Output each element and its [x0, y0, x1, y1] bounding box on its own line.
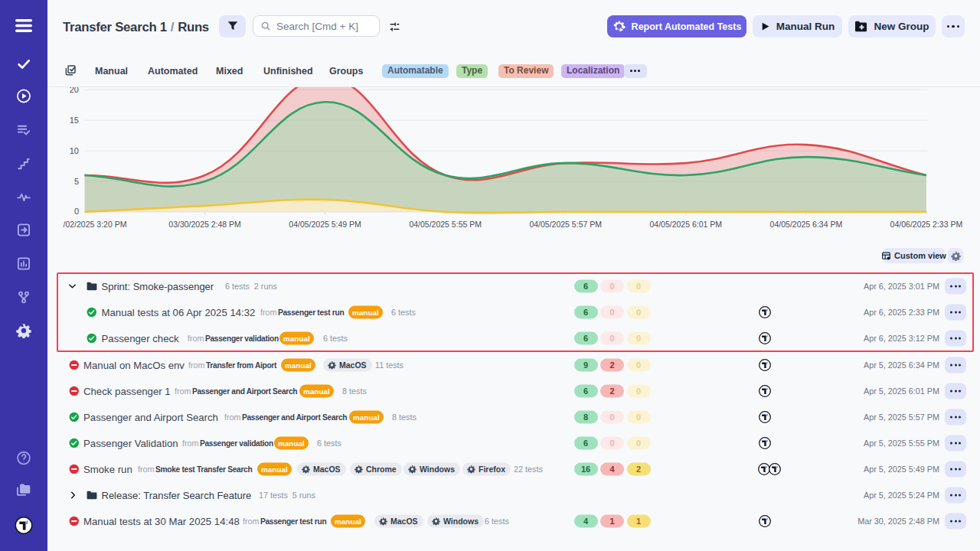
svg-text:04/05/2025 5:57 PM: 04/05/2025 5:57 PM [529, 220, 602, 229]
svg-text:04/05/2025 5:49 PM: 04/05/2025 5:49 PM [289, 220, 361, 229]
svg-text:/02/2025 3:20 PM: /02/2025 3:20 PM [64, 220, 127, 229]
svg-text:15: 15 [70, 115, 79, 124]
svg-text:0: 0 [74, 207, 79, 216]
svg-text:10: 10 [70, 145, 79, 155]
svg-text:20: 20 [70, 87, 79, 94]
svg-text:04/06/2025 2:33 PM: 04/06/2025 2:33 PM [890, 220, 963, 229]
svg-text:04/05/2025 6:34 PM: 04/05/2025 6:34 PM [770, 220, 843, 229]
svg-text:04/05/2025 5:55 PM: 04/05/2025 5:55 PM [409, 220, 482, 229]
svg-text:5: 5 [74, 176, 79, 185]
svg-text:04/05/2025 6:01 PM: 04/05/2025 6:01 PM [650, 220, 723, 229]
svg-text:03/30/2025 2:48 PM: 03/30/2025 2:48 PM [168, 220, 241, 229]
